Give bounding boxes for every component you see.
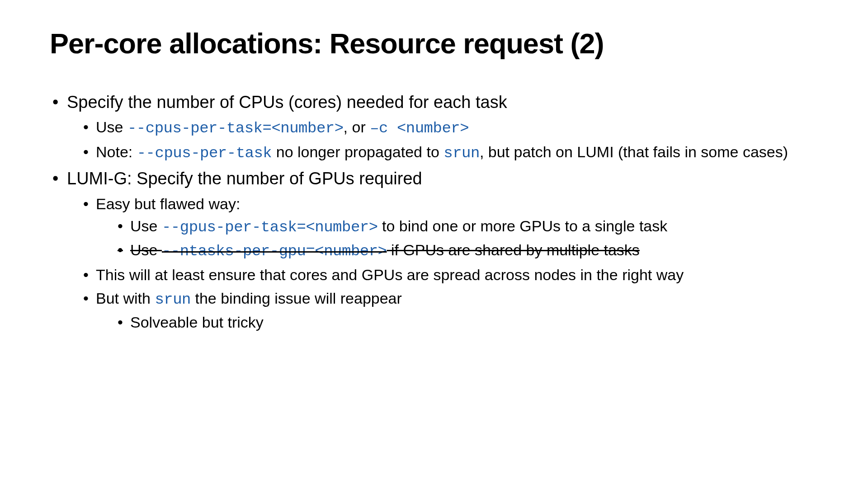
text-fragment: Note: (96, 143, 137, 160)
bullet-item: But with srun the binding issue will rea… (80, 288, 818, 333)
text-fragment: Use (130, 241, 162, 258)
bullet-text: Easy but flawed way: (96, 195, 240, 212)
bullet-item: This will at least ensure that cores and… (80, 265, 818, 286)
text-fragment: Use (130, 217, 162, 235)
bullet-item: Specify the number of CPUs (cores) neede… (50, 91, 818, 164)
bullet-item: Use --cpus-per-task=<number>, or –c <num… (80, 117, 818, 139)
text-fragment: if GPUs are shared by multiple tasks (387, 241, 640, 258)
text-fragment: But with (96, 290, 155, 307)
sub-sub-list: Use --gpus-per-task=<number> to bind one… (96, 216, 818, 262)
bullet-item: Note: --cpus-per-task no longer propagat… (80, 142, 818, 164)
sub-list: Use --cpus-per-task=<number>, or –c <num… (67, 117, 818, 164)
slide-title: Per-core allocations: Resource request (… (50, 27, 818, 60)
text-fragment: to bind one or more GPUs to a single tas… (378, 217, 668, 235)
bullet-text: LUMI-G: Specify the number of GPUs requi… (67, 169, 422, 188)
bullet-list: Specify the number of CPUs (cores) neede… (50, 91, 818, 333)
code-fragment: --gpus-per-task=<number> (162, 219, 378, 236)
text-fragment: Use (96, 118, 127, 136)
code-fragment: --cpus-per-task=<number> (127, 120, 344, 137)
bullet-item-strikethrough: Use --ntasks-per-gpu=<number> if GPUs ar… (115, 240, 818, 262)
bullet-text: Solveable but tricky (130, 314, 264, 331)
bullet-item: Use --gpus-per-task=<number> to bind one… (115, 216, 818, 238)
code-fragment: srun (443, 145, 480, 162)
text-fragment: , but patch on LUMI (that fails in some … (480, 143, 788, 160)
text-fragment: , or (344, 118, 370, 136)
bullet-text: Specify the number of CPUs (cores) neede… (67, 93, 507, 112)
bullet-item: Easy but flawed way: Use --gpus-per-task… (80, 194, 818, 263)
code-fragment: --cpus-per-task (137, 145, 272, 162)
sub-list: Easy but flawed way: Use --gpus-per-task… (67, 194, 818, 333)
bullet-item: Solveable but tricky (115, 312, 818, 333)
sub-sub-list: Solveable but tricky (96, 312, 818, 333)
code-fragment: --ntasks-per-gpu=<number> (162, 243, 387, 260)
code-fragment: –c <number> (370, 120, 469, 137)
bullet-item: LUMI-G: Specify the number of GPUs requi… (50, 168, 818, 333)
bullet-text: This will at least ensure that cores and… (96, 266, 684, 283)
code-fragment: srun (155, 291, 191, 308)
text-fragment: the binding issue will reappear (191, 290, 402, 307)
text-fragment: no longer propagated to (272, 143, 443, 160)
